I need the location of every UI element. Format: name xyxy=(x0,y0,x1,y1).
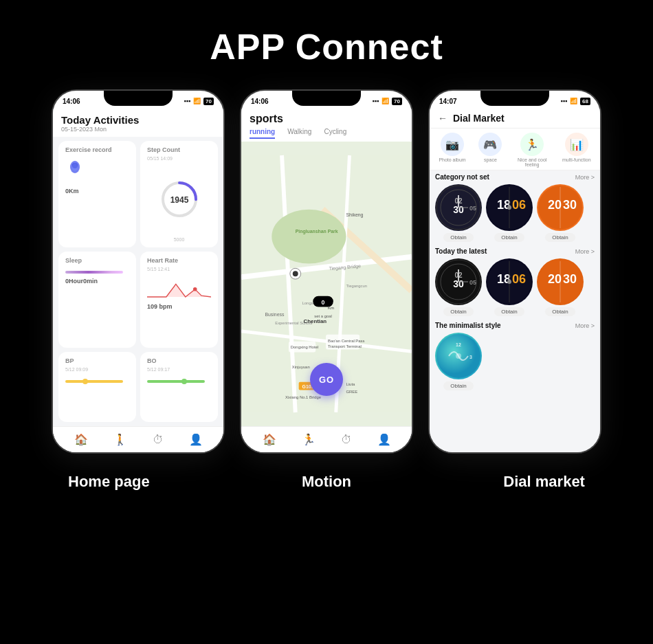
svg-text:12: 12 xyxy=(456,342,461,347)
phone2-battery: 70 xyxy=(392,98,402,105)
svg-text:1945: 1945 xyxy=(170,195,188,205)
svg-text:18: 18 xyxy=(497,198,511,212)
minimalist-header: The minimalist style More > xyxy=(435,322,595,329)
nav2-user-icon[interactable]: 👤 xyxy=(377,433,391,446)
exercise-icon xyxy=(65,159,85,182)
phone2-bottom-nav: 🏠 🏃 ⏱ 👤 xyxy=(241,426,412,452)
label-home: Home page xyxy=(22,473,195,491)
svg-text:Xixiang No.1 Bridge: Xixiang No.1 Bridge xyxy=(285,395,322,399)
phone3-wifi: 📶 xyxy=(570,98,577,104)
phone3-header: ← Dial Market xyxy=(430,109,600,129)
cat-photo-icon: 📷 xyxy=(441,133,464,156)
svg-text:05: 05 xyxy=(469,205,476,212)
phone3-battery: 68 xyxy=(580,98,590,105)
cat-multi-label: multi-function xyxy=(562,157,591,162)
latest-title: Today the latest xyxy=(435,247,487,255)
heart-sublabel: 5/15 12:41 xyxy=(147,267,211,271)
phone1-header-date: 05-15-2023 Mon xyxy=(61,126,215,133)
tab-cycling[interactable]: Cycling xyxy=(324,128,346,139)
bp-card: BP 5/12 09:09 xyxy=(58,352,136,422)
bo-card: BO 5/12 09:17 xyxy=(140,352,218,422)
step-sublabel: 05/15 14:09 xyxy=(147,156,211,161)
nav-user-icon[interactable]: 👤 xyxy=(189,433,203,446)
cat-photo-album[interactable]: 📷 Photo album xyxy=(439,133,465,167)
go-button[interactable]: GO xyxy=(310,363,343,396)
svg-text:Business: Business xyxy=(265,312,284,317)
nav-watch-icon[interactable]: ⏱ xyxy=(153,434,164,446)
nav2-motion-icon[interactable]: 🏃 xyxy=(302,433,316,446)
cat-nice-cool[interactable]: 🏃 Nice and cool feeling xyxy=(515,133,549,167)
tab-walking[interactable]: Walking xyxy=(287,128,311,139)
nav-activity-icon[interactable]: 🚶 xyxy=(113,433,127,446)
phone2-signal: ▪▪▪ xyxy=(373,98,379,104)
obtain-btn-5[interactable]: Obtain xyxy=(494,307,524,316)
svg-text:Km: Km xyxy=(328,306,334,310)
exercise-label: Exercise record xyxy=(65,146,129,153)
nav2-watch-icon[interactable]: ⏱ xyxy=(341,434,352,446)
latest-more[interactable]: More > xyxy=(575,248,595,255)
phone3-cat-icons: 📷 Photo album 🎮 space 🏃 Nice and cool fe… xyxy=(430,129,600,170)
phone1-notch xyxy=(104,91,173,106)
dial-face-2: 18 06 xyxy=(486,184,533,231)
svg-point-7 xyxy=(193,287,197,291)
obtain-btn-4[interactable]: Obtain xyxy=(443,307,474,316)
nav-home-icon[interactable]: 🏠 xyxy=(74,433,88,446)
obtain-btn-2[interactable]: Obtain xyxy=(494,233,524,242)
phone1-signal: ▪▪▪ xyxy=(184,98,191,104)
bo-bar xyxy=(147,380,205,383)
obtain-btn-6[interactable]: Obtain xyxy=(545,307,575,316)
category-more[interactable]: More > xyxy=(575,174,595,181)
cat-space-label: space xyxy=(484,157,497,162)
phone1-cards: Exercise record 0Km Step Count 05/15 14:… xyxy=(53,137,223,426)
phone2-status-right: ▪▪▪ 📶 70 xyxy=(373,98,402,105)
svg-point-21 xyxy=(293,271,298,276)
sleep-bar xyxy=(65,271,123,274)
heart-label: Heart Rate xyxy=(147,257,211,264)
phone3-signal: ▪▪▪ xyxy=(561,98,568,104)
sleep-label: Sleep xyxy=(65,257,129,264)
obtain-btn-7[interactable]: Obtain xyxy=(443,381,474,390)
svg-text:Xinjuyuan: Xinjuyuan xyxy=(292,365,310,369)
dial-item-1: 02 30 05 Obtain xyxy=(435,184,482,242)
phone2-notch xyxy=(292,91,361,106)
dial-item-4: 02 30 05 Obtain xyxy=(435,258,482,316)
phone1-header: Today Activities 05-15-2023 Mon xyxy=(53,109,223,137)
bo-sublabel: 5/12 09:17 xyxy=(147,367,211,372)
phone-dial: 14:07 ▪▪▪ 📶 68 ← Dial Market 📷 Photo alb… xyxy=(428,89,601,454)
svg-text:3: 3 xyxy=(469,355,472,359)
phone-home: 14:06 ▪▪▪ 📶 70 Today Activities 05-15-20… xyxy=(52,89,225,454)
minimalist-more[interactable]: More > xyxy=(575,322,595,329)
obtain-btn-3[interactable]: Obtain xyxy=(545,233,575,242)
svg-text:18: 18 xyxy=(497,272,511,286)
bo-dot xyxy=(181,379,187,384)
dial-face-5: 18 06 xyxy=(486,258,533,305)
tab-running[interactable]: running xyxy=(250,128,275,139)
svg-text:20: 20 xyxy=(548,198,562,212)
category-title: Category not set xyxy=(435,173,489,181)
category-items: 02 30 05 Obtain xyxy=(435,184,595,242)
heart-graph xyxy=(147,277,211,299)
dial-item-5: 18 06 Obtain xyxy=(486,258,533,316)
svg-text:30: 30 xyxy=(563,272,577,286)
svg-text:30: 30 xyxy=(563,198,577,212)
svg-text:Pingluanshan Park: Pingluanshan Park xyxy=(296,229,338,234)
cat-space[interactable]: 🎮 space xyxy=(478,133,502,167)
page-title: APP Connect xyxy=(210,26,443,67)
label-motion: Motion xyxy=(240,473,413,491)
phone3-title: Dial Market xyxy=(453,113,505,124)
sleep-card: Sleep 0Hour0min xyxy=(58,252,136,348)
phone1-header-title: Today Activities xyxy=(61,114,215,126)
minimalist-items: 12 3 Obtain xyxy=(435,333,595,390)
nav2-home-icon[interactable]: 🏠 xyxy=(263,433,276,446)
bottom-labels: Home page Motion Dial market xyxy=(0,473,653,491)
cat-multifunction[interactable]: 📊 multi-function xyxy=(562,133,591,167)
heart-rate-card: Heart Rate 5/15 12:41 109 bpm xyxy=(140,252,218,348)
dial-face-1: 02 30 05 xyxy=(435,184,482,231)
back-arrow-icon[interactable]: ← xyxy=(438,113,447,124)
svg-text:Shikeng: Shikeng xyxy=(346,212,364,218)
dial-section-minimalist: The minimalist style More > xyxy=(430,319,600,393)
map-area: Pingluanshan Park Tiegang Bridge Tiegang… xyxy=(241,142,412,426)
svg-point-73 xyxy=(456,353,461,359)
obtain-btn-1[interactable]: Obtain xyxy=(443,233,474,242)
step-count-card: Step Count 05/15 14:09 1945 5000 xyxy=(140,141,218,247)
